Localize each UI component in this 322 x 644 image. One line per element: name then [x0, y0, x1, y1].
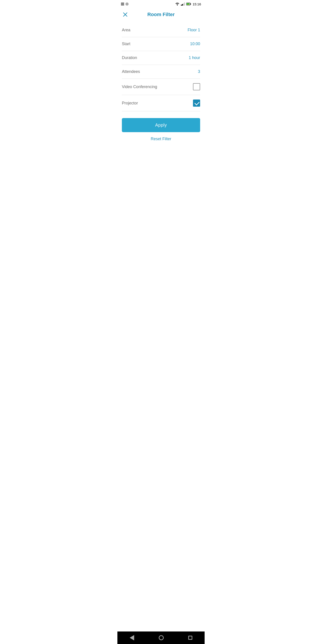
header: Room Filter: [118, 8, 204, 21]
attendees-row[interactable]: Attendees 3: [122, 65, 200, 79]
area-label: Area: [122, 28, 130, 32]
page-title: Room Filter: [147, 12, 175, 18]
close-button[interactable]: [122, 11, 128, 18]
status-bar: ⚡ 15:16: [118, 0, 204, 8]
area-row[interactable]: Area Floor 1: [122, 23, 200, 37]
close-icon: [123, 12, 128, 17]
video-conferencing-checkbox[interactable]: [193, 83, 200, 90]
video-conferencing-label: Video Conferencing: [122, 84, 157, 89]
status-time: 15:16: [192, 2, 201, 6]
svg-rect-3: [184, 2, 185, 6]
second-icon: [126, 2, 128, 6]
button-section: Apply Reset Filter: [118, 111, 204, 148]
video-conferencing-row[interactable]: Video Conferencing: [122, 79, 200, 95]
signal-icon: [181, 2, 185, 6]
duration-label: Duration: [122, 56, 137, 60]
apply-button[interactable]: Apply: [122, 118, 200, 132]
wifi-icon: [175, 2, 180, 6]
start-label: Start: [122, 42, 130, 46]
battery-icon: ⚡: [186, 3, 191, 5]
reset-filter-button[interactable]: Reset Filter: [122, 133, 200, 145]
area-value: Floor 1: [188, 28, 200, 32]
attendees-value: 3: [198, 69, 200, 74]
start-row[interactable]: Start 10:00: [122, 37, 200, 51]
duration-row[interactable]: Duration 1 hour: [122, 51, 200, 65]
attendees-label: Attendees: [122, 69, 140, 74]
start-value: 10:00: [190, 42, 200, 46]
svg-rect-2: [183, 3, 184, 6]
svg-rect-5: [190, 4, 191, 5]
duration-value: 1 hour: [189, 56, 200, 60]
status-right-icons: ⚡ 15:16: [175, 2, 201, 6]
projector-checkbox[interactable]: [193, 100, 200, 107]
sim-icon: [121, 2, 124, 6]
svg-rect-0: [181, 5, 182, 6]
status-left-icons: [121, 2, 128, 6]
svg-rect-1: [182, 4, 183, 6]
projector-label: Projector: [122, 101, 138, 106]
svg-text:⚡: ⚡: [188, 4, 189, 5]
filter-list: Area Floor 1 Start 10:00 Duration 1 hour…: [118, 23, 204, 111]
projector-row[interactable]: Projector: [122, 95, 200, 111]
